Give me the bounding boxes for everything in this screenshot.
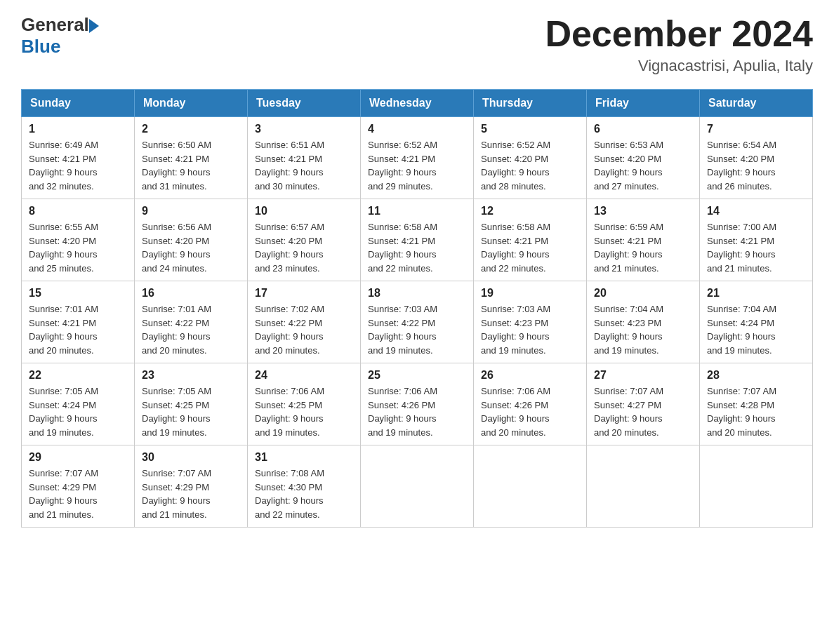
col-tuesday: Tuesday	[248, 90, 361, 117]
day-info: Sunrise: 7:06 AM Sunset: 4:26 PM Dayligh…	[368, 384, 465, 439]
table-row: 11 Sunrise: 6:58 AM Sunset: 4:21 PM Dayl…	[361, 199, 474, 281]
table-row: 14 Sunrise: 7:00 AM Sunset: 4:21 PM Dayl…	[700, 199, 813, 281]
day-number: 11	[368, 205, 465, 217]
table-row: 17 Sunrise: 7:02 AM Sunset: 4:22 PM Dayl…	[248, 281, 361, 363]
day-number: 26	[481, 369, 578, 382]
calendar-week-row: 22 Sunrise: 7:05 AM Sunset: 4:24 PM Dayl…	[22, 363, 813, 445]
day-number: 25	[368, 369, 465, 382]
day-number: 4	[368, 123, 465, 135]
day-info: Sunrise: 7:07 AM Sunset: 4:28 PM Dayligh…	[707, 384, 804, 439]
table-row	[587, 445, 700, 528]
table-row: 16 Sunrise: 7:01 AM Sunset: 4:22 PM Dayl…	[135, 281, 248, 363]
day-info: Sunrise: 6:51 AM Sunset: 4:21 PM Dayligh…	[255, 138, 352, 193]
day-number: 20	[594, 287, 691, 300]
calendar-table: Sunday Monday Tuesday Wednesday Thursday…	[21, 89, 813, 528]
day-info: Sunrise: 7:01 AM Sunset: 4:22 PM Dayligh…	[142, 302, 239, 357]
logo-general-text: General	[21, 14, 89, 36]
table-row: 12 Sunrise: 6:58 AM Sunset: 4:21 PM Dayl…	[474, 199, 587, 281]
day-number: 9	[142, 205, 239, 217]
day-number: 16	[142, 287, 239, 300]
logo-blue-text: Blue	[21, 36, 60, 58]
col-monday: Monday	[135, 90, 248, 117]
day-info: Sunrise: 7:07 AM Sunset: 4:29 PM Dayligh…	[29, 467, 126, 521]
day-number: 22	[29, 369, 126, 382]
table-row: 7 Sunrise: 6:54 AM Sunset: 4:20 PM Dayli…	[700, 117, 813, 199]
col-wednesday: Wednesday	[361, 90, 474, 117]
day-info: Sunrise: 7:07 AM Sunset: 4:29 PM Dayligh…	[142, 467, 239, 521]
calendar-header-row: Sunday Monday Tuesday Wednesday Thursday…	[22, 90, 813, 117]
day-info: Sunrise: 7:06 AM Sunset: 4:25 PM Dayligh…	[255, 384, 352, 439]
calendar-week-row: 15 Sunrise: 7:01 AM Sunset: 4:21 PM Dayl…	[22, 281, 813, 363]
calendar-week-row: 1 Sunrise: 6:49 AM Sunset: 4:21 PM Dayli…	[22, 117, 813, 199]
day-number: 24	[255, 369, 352, 382]
day-info: Sunrise: 6:50 AM Sunset: 4:21 PM Dayligh…	[142, 138, 239, 193]
day-number: 15	[29, 287, 126, 300]
day-number: 28	[707, 369, 804, 382]
col-friday: Friday	[587, 90, 700, 117]
table-row: 15 Sunrise: 7:01 AM Sunset: 4:21 PM Dayl…	[22, 281, 135, 363]
day-info: Sunrise: 6:57 AM Sunset: 4:20 PM Dayligh…	[255, 220, 352, 275]
day-info: Sunrise: 6:58 AM Sunset: 4:21 PM Dayligh…	[368, 220, 465, 275]
day-number: 18	[368, 287, 465, 300]
table-row	[361, 445, 474, 528]
table-row: 19 Sunrise: 7:03 AM Sunset: 4:23 PM Dayl…	[474, 281, 587, 363]
col-sunday: Sunday	[22, 90, 135, 117]
day-number: 3	[255, 123, 352, 135]
table-row: 4 Sunrise: 6:52 AM Sunset: 4:21 PM Dayli…	[361, 117, 474, 199]
day-number: 12	[481, 205, 578, 217]
day-number: 19	[481, 287, 578, 300]
day-number: 6	[594, 123, 691, 135]
table-row	[700, 445, 813, 528]
day-number: 17	[255, 287, 352, 300]
table-row: 29 Sunrise: 7:07 AM Sunset: 4:29 PM Dayl…	[22, 445, 135, 528]
day-number: 29	[29, 451, 126, 464]
table-row: 21 Sunrise: 7:04 AM Sunset: 4:24 PM Dayl…	[700, 281, 813, 363]
table-row: 20 Sunrise: 7:04 AM Sunset: 4:23 PM Dayl…	[587, 281, 700, 363]
location-title: Vignacastrisi, Apulia, Italy	[545, 57, 813, 75]
day-info: Sunrise: 7:04 AM Sunset: 4:24 PM Dayligh…	[707, 302, 804, 357]
day-number: 14	[707, 205, 804, 217]
col-saturday: Saturday	[700, 90, 813, 117]
day-number: 30	[142, 451, 239, 464]
table-row: 22 Sunrise: 7:05 AM Sunset: 4:24 PM Dayl…	[22, 363, 135, 445]
table-row: 24 Sunrise: 7:06 AM Sunset: 4:25 PM Dayl…	[248, 363, 361, 445]
table-row: 2 Sunrise: 6:50 AM Sunset: 4:21 PM Dayli…	[135, 117, 248, 199]
day-info: Sunrise: 7:00 AM Sunset: 4:21 PM Dayligh…	[707, 220, 804, 275]
table-row: 31 Sunrise: 7:08 AM Sunset: 4:30 PM Dayl…	[248, 445, 361, 528]
day-number: 27	[594, 369, 691, 382]
table-row: 27 Sunrise: 7:07 AM Sunset: 4:27 PM Dayl…	[587, 363, 700, 445]
day-info: Sunrise: 6:55 AM Sunset: 4:20 PM Dayligh…	[29, 220, 126, 275]
day-info: Sunrise: 6:54 AM Sunset: 4:20 PM Dayligh…	[707, 138, 804, 193]
day-number: 5	[481, 123, 578, 135]
table-row: 10 Sunrise: 6:57 AM Sunset: 4:20 PM Dayl…	[248, 199, 361, 281]
day-info: Sunrise: 6:53 AM Sunset: 4:20 PM Dayligh…	[594, 138, 691, 193]
table-row: 28 Sunrise: 7:07 AM Sunset: 4:28 PM Dayl…	[700, 363, 813, 445]
day-number: 23	[142, 369, 239, 382]
table-row: 18 Sunrise: 7:03 AM Sunset: 4:22 PM Dayl…	[361, 281, 474, 363]
table-row: 1 Sunrise: 6:49 AM Sunset: 4:21 PM Dayli…	[22, 117, 135, 199]
table-row: 26 Sunrise: 7:06 AM Sunset: 4:26 PM Dayl…	[474, 363, 587, 445]
table-row: 9 Sunrise: 6:56 AM Sunset: 4:20 PM Dayli…	[135, 199, 248, 281]
month-title: December 2024	[545, 14, 813, 54]
calendar-week-row: 29 Sunrise: 7:07 AM Sunset: 4:29 PM Dayl…	[22, 445, 813, 528]
logo-arrow-icon	[89, 19, 99, 33]
day-info: Sunrise: 7:04 AM Sunset: 4:23 PM Dayligh…	[594, 302, 691, 357]
day-info: Sunrise: 7:08 AM Sunset: 4:30 PM Dayligh…	[255, 467, 352, 521]
table-row	[474, 445, 587, 528]
day-number: 31	[255, 451, 352, 464]
table-row: 3 Sunrise: 6:51 AM Sunset: 4:21 PM Dayli…	[248, 117, 361, 199]
day-info: Sunrise: 7:03 AM Sunset: 4:23 PM Dayligh…	[481, 302, 578, 357]
calendar-week-row: 8 Sunrise: 6:55 AM Sunset: 4:20 PM Dayli…	[22, 199, 813, 281]
table-row: 30 Sunrise: 7:07 AM Sunset: 4:29 PM Dayl…	[135, 445, 248, 528]
table-row: 8 Sunrise: 6:55 AM Sunset: 4:20 PM Dayli…	[22, 199, 135, 281]
day-number: 13	[594, 205, 691, 217]
day-number: 10	[255, 205, 352, 217]
day-info: Sunrise: 7:05 AM Sunset: 4:24 PM Dayligh…	[29, 384, 126, 439]
day-number: 8	[29, 205, 126, 217]
table-row: 13 Sunrise: 6:59 AM Sunset: 4:21 PM Dayl…	[587, 199, 700, 281]
day-info: Sunrise: 7:03 AM Sunset: 4:22 PM Dayligh…	[368, 302, 465, 357]
day-number: 1	[29, 123, 126, 135]
table-row: 25 Sunrise: 7:06 AM Sunset: 4:26 PM Dayl…	[361, 363, 474, 445]
day-number: 7	[707, 123, 804, 135]
logo: General Blue	[21, 14, 99, 58]
